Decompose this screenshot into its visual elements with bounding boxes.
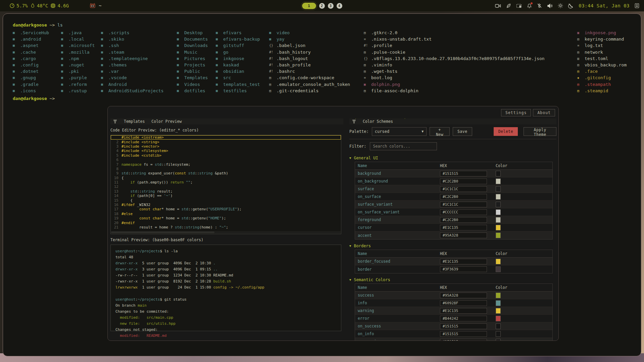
screen-record-icon[interactable] xyxy=(495,3,501,8)
terminal-preview-line: drwxr-xr-x 3 user group 4096 Dec 1 09:15… xyxy=(115,266,341,272)
ls-entry: ■.microsoft xyxy=(61,42,95,49)
hex-input[interactable]: #151515 xyxy=(440,331,487,337)
section-title[interactable]: ▼Semantic Colors xyxy=(349,276,556,283)
terminal-preview-line: new file: src/utils.hpp xyxy=(115,320,341,326)
hex-input[interactable]: #C2C2B0 xyxy=(440,178,487,184)
color-swatch[interactable] xyxy=(496,178,501,184)
color-swatch[interactable] xyxy=(496,300,501,306)
color-row: error#B44242 xyxy=(355,315,552,322)
color-swatch[interactable] xyxy=(496,209,501,215)
hex-input[interactable]: #95A328 xyxy=(440,293,487,298)
save-palette-button[interactable]: Save xyxy=(453,127,472,136)
cpu-gauge-icon xyxy=(9,3,15,8)
hex-input[interactable]: #E1C135 xyxy=(440,308,487,314)
color-swatch[interactable] xyxy=(496,232,501,238)
color-swatch[interactable] xyxy=(496,194,501,200)
color-swatch[interactable] xyxy=(496,202,501,207)
horizontal-scrollbar[interactable] xyxy=(111,231,341,234)
color-swatch[interactable] xyxy=(496,266,501,272)
workspace-1[interactable]: 1 xyxy=(302,3,316,9)
tab-color-schemes[interactable]: Color Schemes xyxy=(363,119,393,124)
ls-entry: ■.gnupg xyxy=(13,74,49,81)
hex-input[interactable]: #E1C135 xyxy=(440,259,487,264)
workspace-4[interactable]: 4 xyxy=(337,3,342,9)
hex-input[interactable]: #CCCCCC xyxy=(440,209,487,215)
host-path-label: ~ xyxy=(99,3,101,8)
color-name: foreground xyxy=(355,217,440,222)
volume-icon[interactable] xyxy=(547,3,553,8)
feather-icon[interactable] xyxy=(506,3,511,8)
hex-input[interactable]: #B44242 xyxy=(440,316,487,321)
prompt-user: dan@darkgoose xyxy=(13,22,47,28)
hex-input[interactable]: #60928F xyxy=(440,300,487,306)
color-swatch[interactable] xyxy=(496,293,501,298)
ls-entry: ■.themes xyxy=(101,62,163,68)
ls-entry: ■Music xyxy=(177,49,208,55)
code-line: 15 { xyxy=(111,198,341,202)
workspace-2[interactable]: 2 xyxy=(319,3,325,9)
ls-entry: ■.vscode xyxy=(101,74,163,81)
code-line: 19 const char* home = std::getenv("HOME"… xyxy=(111,216,341,220)
cpu-stat: 5.7% xyxy=(9,3,28,8)
ls-entry: ■Videos xyxy=(177,81,208,88)
hex-input[interactable]: #C2C2B0 xyxy=(440,217,487,223)
filter-funnel-icon xyxy=(352,119,356,123)
notifications-icon[interactable] xyxy=(527,3,532,8)
ls-entry: ■.android xyxy=(13,36,49,42)
hex-input[interactable]: #E1C135 xyxy=(440,225,487,230)
terminal-preview-line: modified: README.md xyxy=(115,332,341,339)
brightness-icon[interactable] xyxy=(558,3,563,8)
color-swatch[interactable] xyxy=(496,339,501,341)
section-title[interactable]: ▼Borders xyxy=(349,242,556,250)
color-swatch[interactable] xyxy=(496,308,501,314)
color-swatch[interactable] xyxy=(496,186,501,192)
ls-entry: ■efivars-backup xyxy=(216,36,260,42)
ls-entry: ≡boot.log xyxy=(364,74,545,81)
color-swatch[interactable] xyxy=(496,331,501,337)
hex-input[interactable]: #151515 xyxy=(440,171,487,176)
color-swatch[interactable] xyxy=(496,259,501,264)
new-palette-button[interactable]: + New xyxy=(430,127,450,136)
workspace-3[interactable]: 3 xyxy=(328,3,334,9)
night-light-icon[interactable] xyxy=(568,3,574,8)
color-swatch[interactable] xyxy=(496,217,501,223)
color-swatch[interactable] xyxy=(496,316,501,321)
color-name: background xyxy=(355,171,440,176)
section-title[interactable]: ▼General UI xyxy=(349,154,556,162)
bluetooth-off-icon[interactable] xyxy=(537,3,542,8)
hex-input[interactable]: #151515 xyxy=(440,339,487,341)
ls-entry: ■Downloads xyxy=(177,42,208,49)
color-name: border_focused xyxy=(355,259,440,264)
shell-prompt-line: dan@darkgoose ~> ls xyxy=(13,22,641,28)
chip-icon xyxy=(50,3,56,8)
ls-entry: ■.purple xyxy=(61,74,95,81)
ls-entry: ■.rustup xyxy=(61,88,95,94)
ls-entry: ■Desktop xyxy=(177,30,208,36)
tab-templates[interactable]: Templates xyxy=(124,119,145,124)
column-header: Name xyxy=(355,163,440,168)
settings-button[interactable]: Settings xyxy=(501,109,531,116)
hex-input[interactable]: #1C1C1C xyxy=(440,186,487,192)
color-row: surface#1C1C1C xyxy=(355,185,552,193)
delete-palette-button[interactable]: Delete xyxy=(494,127,518,136)
ls-entry: ■.skiko xyxy=(101,36,163,42)
hex-input[interactable]: #151515 xyxy=(440,323,487,329)
color-search-input[interactable] xyxy=(370,142,437,150)
hex-input[interactable]: #3F3639 xyxy=(440,266,487,272)
clock[interactable]: 03:44 Sat, Jan 03 xyxy=(579,3,630,8)
hex-input[interactable]: #95A328 xyxy=(440,232,487,238)
tab-color-preview[interactable]: Color Preview xyxy=(151,119,182,124)
hex-input[interactable]: #1C1C1C xyxy=(440,202,487,207)
top-status-bar: 5.7% 48°C 4.6G ~ 1234 xyxy=(0,0,644,11)
color-swatch[interactable] xyxy=(496,323,501,329)
color-swatch[interactable] xyxy=(496,225,501,230)
apply-theme-button[interactable]: Apply Theme xyxy=(524,127,556,136)
color-swatch[interactable] xyxy=(496,171,501,176)
systray-widget-icon[interactable] xyxy=(635,3,639,8)
about-button[interactable]: About xyxy=(533,109,555,116)
code-line: 4#include <filesystem> xyxy=(111,149,341,153)
ls-entry: ▤.config.code-workspace xyxy=(269,74,350,81)
palette-select[interactable]: cursed ▼ xyxy=(372,127,427,136)
screenshot-lock-icon[interactable] xyxy=(516,3,522,8)
hex-input[interactable]: #C2C2B0 xyxy=(440,194,487,200)
